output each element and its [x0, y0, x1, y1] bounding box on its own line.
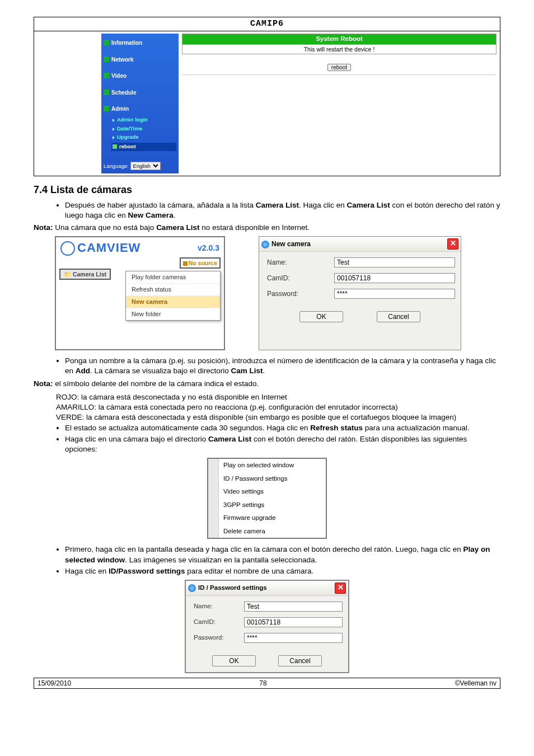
sidebar-item-network[interactable]: Network — [104, 56, 176, 64]
state-green: VERDE: la cámara está desconectada y est… — [56, 412, 500, 422]
language-label: Language: — [104, 163, 129, 169]
camid-label: CamID: — [267, 274, 334, 283]
menu-play-folder[interactable]: Play folder cameras — [126, 271, 220, 284]
name-label: Name: — [267, 258, 334, 267]
note-1: Nota: Una cámara que no está bajo Camera… — [34, 223, 500, 233]
idpw-cancel-button[interactable]: Cancel — [278, 655, 322, 666]
name-field[interactable] — [334, 257, 455, 267]
idpw-camid-label: CamID: — [194, 618, 244, 627]
idpw-password-field[interactable] — [244, 633, 343, 643]
idpw-name-field[interactable] — [244, 602, 343, 612]
language-row: Language: English — [104, 162, 176, 170]
ctx-3gpp[interactable]: 3GPP settings — [219, 499, 326, 512]
sidebar-item-schedule[interactable]: Schedule — [104, 89, 176, 97]
idpw-ok-button[interactable]: OK — [212, 655, 256, 666]
section-heading: 7.4 Lista de cámaras — [34, 183, 500, 196]
bullet-6: Haga clic en ID/Password settings para e… — [65, 566, 500, 576]
ctx-video-settings[interactable]: Video settings — [219, 485, 326, 499]
sidebar-item-information[interactable]: Information — [104, 39, 176, 47]
state-yellow: AMARILLO: la cámara está conectada pero … — [56, 402, 500, 412]
camview-logo: CAMVIEW — [60, 240, 140, 256]
tab-camera-list[interactable]: 📁 Camera List — [59, 269, 111, 280]
sidebar-item-video[interactable]: Video — [104, 72, 176, 80]
menu-new-camera[interactable]: New camera — [126, 296, 220, 308]
bullet-1: Después de haber ajustado la cámara, añá… — [65, 200, 500, 220]
footer-copy: ©Velleman nv — [455, 679, 496, 688]
language-select[interactable]: English — [130, 162, 161, 170]
idpw-name-label: Name: — [194, 602, 244, 611]
state-list: ROJO: la cámara está desconectada y no e… — [56, 392, 500, 423]
idpw-dialog: ID / Password settings ✕ Name: CamID: Pa… — [185, 580, 349, 673]
reboot-button[interactable]: reboot — [327, 64, 351, 71]
subitem-datetime[interactable]: Date/Time — [111, 125, 176, 133]
camera-context-menu: Play on selected window ID / Password se… — [207, 458, 327, 539]
note-2: Nota: el símbolo delante del nombre de l… — [34, 379, 500, 389]
camid-field[interactable] — [334, 273, 455, 283]
password-field[interactable] — [334, 289, 455, 299]
admin-sidebar: Information Network Video Schedule Admin… — [101, 34, 179, 173]
device-title: CAMIP6 — [34, 17, 500, 31]
bullet-4: Haga clic en una cámara bajo el director… — [65, 434, 500, 454]
panel-subtitle: This will restart the device ! — [182, 44, 496, 54]
bullet-2: Ponga un nombre a la cámara (p.ej. su po… — [65, 356, 500, 376]
close-icon[interactable]: ✕ — [447, 238, 458, 250]
close-icon[interactable]: ✕ — [335, 583, 346, 594]
admin-main: System Reboot This will restart the devi… — [179, 34, 500, 173]
menu-refresh-status[interactable]: Refresh status — [126, 284, 220, 296]
dialog-icon — [188, 584, 196, 592]
footer-page: 78 — [259, 679, 266, 688]
ctx-firmware[interactable]: Firmware upgrade — [219, 511, 326, 525]
sidebar-item-admin[interactable]: Admin — [104, 105, 176, 113]
no-source-badge: No source — [180, 257, 221, 269]
ctx-play-selected[interactable]: Play on selected window — [219, 459, 326, 472]
ok-button[interactable]: OK — [299, 311, 343, 322]
state-red: ROJO: la cámara está desconectada y no e… — [56, 392, 500, 402]
menu-new-folder[interactable]: New folder — [126, 308, 220, 320]
device-page-frame: CAMIP6 Information Network Video Schedul… — [34, 17, 500, 176]
idpw-password-label: Password: — [194, 633, 244, 642]
ctx-delete[interactable]: Delete camera — [219, 525, 326, 538]
footer-date: 15/09/2010 — [38, 679, 71, 688]
context-menu-camview: Play folder cameras Refresh status New c… — [125, 271, 221, 320]
ctx-id-password[interactable]: ID / Password settings — [219, 472, 326, 486]
bullet-5: Primero, haga clic en la pantalla desead… — [65, 544, 500, 565]
camview-app: CAMVIEW v2.0.3 No source 📁 Camera List P… — [55, 236, 225, 350]
subitem-reboot[interactable]: reboot — [111, 143, 176, 151]
password-label: Password: — [267, 289, 334, 298]
bullet-3: El estado se actualiza automáticamente c… — [65, 423, 500, 433]
panel-title: System Reboot — [182, 34, 496, 44]
camview-version: v2.0.3 — [198, 243, 219, 253]
subitem-admin-login[interactable]: Admin login — [111, 116, 176, 124]
new-camera-dialog: New camera ✕ Name: CamID: Password: OK C… — [259, 236, 461, 350]
subitem-upgrade[interactable]: Upgrade — [111, 134, 176, 141]
cancel-button[interactable]: Cancel — [377, 311, 420, 322]
swirl-icon — [60, 241, 75, 256]
page-footer: 15/09/2010 78 ©Velleman nv — [34, 678, 500, 689]
dialog-title: New camera — [271, 240, 311, 248]
idpw-camid-field[interactable] — [244, 617, 343, 627]
dialog-icon — [261, 241, 269, 248]
idpw-title: ID / Password settings — [198, 584, 267, 591]
